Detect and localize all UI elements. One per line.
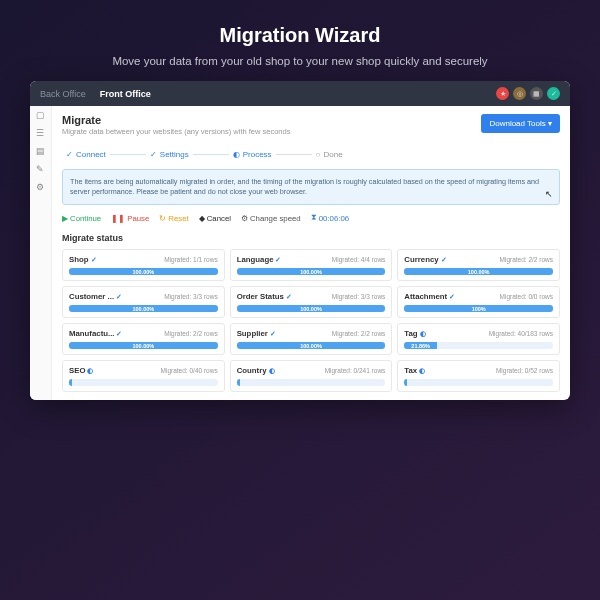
wrench-icon[interactable]: ✎: [36, 164, 46, 174]
hero-subtitle: Move your data from your old shop to you…: [20, 55, 580, 67]
status-card: Currency ✓Migrated: 2/2 rows100.00%: [397, 249, 560, 281]
card-meta: Migrated: 2/2 rows: [332, 330, 385, 337]
check-icon: ✓: [116, 293, 122, 301]
card-title: Customer ... ✓: [69, 292, 122, 301]
step-process: ◐Process: [233, 150, 272, 159]
card-meta: Migrated: 2/2 rows: [164, 330, 217, 337]
progress-bar: 100.00%: [237, 268, 386, 275]
card-title: SEO ◐: [69, 366, 93, 375]
status-card: Shop ✓Migrated: 1/1 rows100.00%: [62, 249, 225, 281]
check-icon: ✓: [449, 293, 455, 301]
progress-bar: 100.00%: [69, 342, 218, 349]
check-icon: ✓: [441, 256, 447, 264]
status-card: Tax ◐Migrated: 0/52 rows: [397, 360, 560, 392]
card-meta: Migrated: 0/241 rows: [325, 367, 386, 374]
card-meta: Migrated: 40/183 rows: [489, 330, 553, 337]
tab-back-office[interactable]: Back Office: [40, 89, 86, 99]
card-meta: Migrated: 3/3 rows: [332, 293, 385, 300]
page-header: Migrate Migrate data between your websit…: [62, 114, 560, 136]
progress-bar: 100%: [404, 305, 553, 312]
status-card: SEO ◐Migrated: 0/40 rows: [62, 360, 225, 392]
pause-button[interactable]: ❚❚ Pause: [111, 214, 149, 223]
spinner-icon: ◐: [233, 150, 240, 159]
spinner-icon: ◐: [87, 367, 93, 375]
status-card: Supplier ✓Migrated: 2/2 rows100.00%: [230, 323, 393, 355]
page-title: Migrate: [62, 114, 290, 126]
card-meta: Migrated: 0/40 rows: [161, 367, 218, 374]
card-meta: Migrated: 2/2 rows: [500, 256, 553, 263]
sidebar: ▢ ☰ ▤ ✎ ⚙: [30, 106, 52, 400]
card-meta: Migrated: 3/3 rows: [164, 293, 217, 300]
progress-bar: [237, 379, 386, 386]
card-meta: Migrated: 4/4 rows: [332, 256, 385, 263]
progress-bar: 100.00%: [237, 305, 386, 312]
hero: Migration Wizard Move your data from you…: [0, 0, 600, 81]
spinner-icon: ◐: [269, 367, 275, 375]
card-meta: Migrated: 0/52 rows: [496, 367, 553, 374]
card-title: Currency ✓: [404, 255, 446, 264]
check-icon: ✓: [286, 293, 292, 301]
card-title: Shop ✓: [69, 255, 97, 264]
cursor-icon: ↖: [545, 188, 553, 201]
star-icon[interactable]: ★: [496, 87, 509, 100]
card-title: Tax ◐: [404, 366, 425, 375]
app-window: Back Office Front Office ★ ◎ ▦ ✓ ▢ ☰ ▤ ✎…: [30, 81, 570, 400]
progress-bar: 100.00%: [69, 268, 218, 275]
tab-icon[interactable]: ▢: [36, 110, 46, 120]
badge-icon[interactable]: ◎: [513, 87, 526, 100]
check-icon: ✓: [116, 330, 122, 338]
progress-bar: 100.00%: [69, 305, 218, 312]
card-title: Supplier ✓: [237, 329, 276, 338]
download-tools-button[interactable]: Download Tools ▾: [481, 114, 560, 133]
check-icon: ✓: [66, 150, 73, 159]
step-settings: ✓Settings: [150, 150, 189, 159]
progress-bar: [404, 379, 553, 386]
tab-front-office[interactable]: Front Office: [100, 89, 151, 99]
card-title: Language ✓: [237, 255, 282, 264]
list-icon[interactable]: ☰: [36, 128, 46, 138]
reset-button[interactable]: ↻ Reset: [159, 214, 188, 223]
check-icon: ✓: [150, 150, 157, 159]
spinner-icon: ◐: [420, 330, 426, 338]
hero-title: Migration Wizard: [20, 24, 580, 47]
change-speed-button[interactable]: ⚙ Change speed: [241, 214, 301, 223]
status-card: Tag ◐Migrated: 40/183 rows21.86%: [397, 323, 560, 355]
progress-bar: 100.00%: [237, 342, 386, 349]
elapsed-time: ⧗ 00:06:06: [311, 213, 349, 223]
topbar: Back Office Front Office ★ ◎ ▦ ✓: [30, 81, 570, 106]
status-title: Migrate status: [62, 233, 560, 243]
status-card: Customer ... ✓Migrated: 3/3 rows100.00%: [62, 286, 225, 318]
continue-button[interactable]: ▶ Continue: [62, 214, 101, 223]
status-grid: Shop ✓Migrated: 1/1 rows100.00%Language …: [62, 249, 560, 392]
card-title: Manufactu... ✓: [69, 329, 122, 338]
calendar-icon[interactable]: ▤: [36, 146, 46, 156]
card-title: Country ◐: [237, 366, 275, 375]
progress-bar: 100.00%: [404, 268, 553, 275]
card-title: Tag ◐: [404, 329, 425, 338]
spinner-icon: ◐: [419, 367, 425, 375]
circle-icon: ○: [316, 150, 321, 159]
check-icon: ✓: [275, 256, 281, 264]
status-card: Order Status ✓Migrated: 3/3 rows100.00%: [230, 286, 393, 318]
card-title: Attachment ✓: [404, 292, 455, 301]
content-area: ▢ ☰ ▤ ✎ ⚙ Migrate Migrate data between y…: [30, 106, 570, 400]
action-bar: ▶ Continue ❚❚ Pause ↻ Reset ◆ Cancel ⚙ C…: [62, 211, 560, 229]
status-card: Country ◐Migrated: 0/241 rows: [230, 360, 393, 392]
main-panel: Migrate Migrate data between your websit…: [52, 106, 570, 400]
cancel-button[interactable]: ◆ Cancel: [199, 214, 231, 223]
gear-icon[interactable]: ⚙: [36, 182, 46, 192]
check-icon: ✓: [91, 256, 97, 264]
check-icon: ✓: [270, 330, 276, 338]
grid-icon[interactable]: ▦: [530, 87, 543, 100]
check-icon[interactable]: ✓: [547, 87, 560, 100]
status-card: Manufactu... ✓Migrated: 2/2 rows100.00%: [62, 323, 225, 355]
card-meta: Migrated: 0/0 rows: [500, 293, 553, 300]
progress-bar: [69, 379, 218, 386]
card-meta: Migrated: 1/1 rows: [164, 256, 217, 263]
card-title: Order Status ✓: [237, 292, 292, 301]
stepper: ✓Connect ✓Settings ◐Process ○Done: [62, 144, 560, 165]
status-card: Language ✓Migrated: 4/4 rows100.00%: [230, 249, 393, 281]
page-subtitle: Migrate data between your websites (any …: [62, 127, 290, 136]
progress-bar: 21.86%: [404, 342, 553, 349]
status-card: Attachment ✓Migrated: 0/0 rows100%: [397, 286, 560, 318]
